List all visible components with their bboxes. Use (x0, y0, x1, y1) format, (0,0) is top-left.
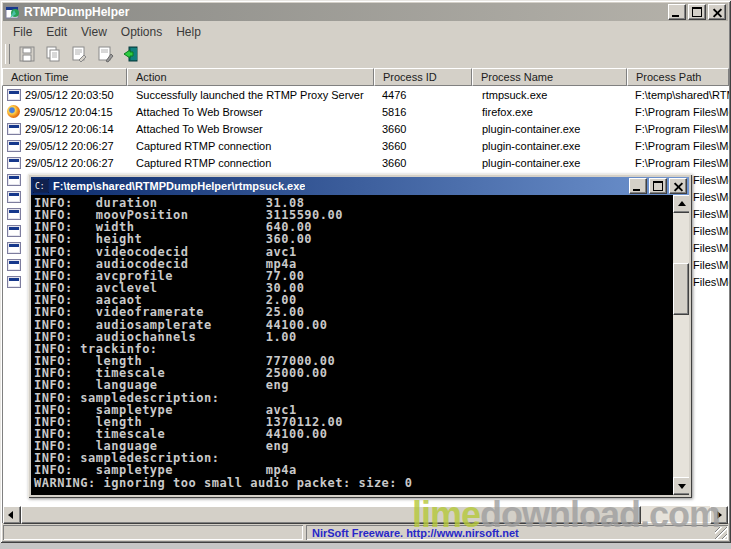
cell-action: Attached To Web Browser (127, 120, 374, 137)
console-output: INFO: duration 31.08 INFO: moovPosition … (34, 197, 674, 489)
table-row[interactable]: 29/05/12 20:06:27Captured RTMP connectio… (2, 154, 729, 171)
close-button[interactable] (708, 4, 726, 20)
window-icon (7, 242, 21, 254)
console-scroll-thumb[interactable] (673, 263, 689, 315)
column-header-action[interactable]: Action (127, 68, 374, 86)
window-icon (7, 191, 21, 203)
scroll-right-button[interactable] (710, 506, 728, 524)
cell-action: Captured RTMP connection (127, 137, 374, 154)
console-scroll-down-button[interactable] (673, 477, 689, 495)
minimize-button[interactable] (668, 4, 686, 20)
table-row[interactable]: 29/05/12 20:06:14Attached To Web Browser… (2, 120, 729, 137)
horizontal-scrollbar[interactable] (3, 506, 728, 522)
cell-process-name: rtmpsuck.exe (472, 86, 627, 103)
menu-item-view[interactable]: View (74, 24, 114, 40)
menu-item-options[interactable]: Options (114, 24, 169, 40)
list-header: Action TimeActionProcess IDProcess NameP… (2, 68, 729, 86)
exit-button[interactable] (118, 43, 144, 65)
delete-button[interactable] (92, 43, 118, 65)
menu-item-file[interactable]: File (6, 24, 39, 40)
toolbar-gripper[interactable] (5, 44, 10, 64)
cell-process-path: F:\temp\shared\RTM (627, 86, 729, 103)
ms-dos-icon: C: (33, 179, 49, 193)
cell-action-time: 29/05/12 20:06:27 (2, 137, 127, 154)
console-scroll-up-button[interactable] (673, 195, 689, 213)
save-icon (18, 45, 36, 63)
cell-process-path: F:\Program Files\Mo (627, 120, 729, 137)
properties-button[interactable] (66, 43, 92, 65)
window-icon (7, 225, 21, 237)
scroll-right-icon (717, 511, 722, 519)
firefox-icon (7, 105, 20, 118)
close-icon (713, 8, 722, 17)
window-icon (7, 174, 21, 186)
console-window: C: F:\temp\shared\RTMPDumpHelper\rtmpsuc… (28, 174, 692, 498)
window-icon (7, 89, 21, 101)
save-button[interactable] (14, 43, 40, 65)
status-pane-left (3, 525, 303, 540)
window-icon (7, 140, 21, 152)
window-icon (7, 276, 21, 288)
scroll-down-icon (678, 484, 686, 489)
column-header-action-time[interactable]: Action Time (2, 68, 127, 86)
app-icon (5, 5, 20, 19)
window-icon (7, 259, 21, 271)
window-icon (7, 208, 21, 220)
cell-process-name: plugin-container.exe (472, 154, 627, 171)
column-header-process-path[interactable]: Process Path (627, 68, 729, 86)
cell-process-path: F:\Program Files\Mo (627, 137, 729, 154)
resize-grip[interactable] (715, 527, 727, 539)
console-client: INFO: duration 31.08 INFO: moovPosition … (31, 195, 689, 495)
console-close-button[interactable] (669, 178, 687, 194)
cell-action: Captured RTMP connection (127, 154, 374, 171)
console-maximize-icon (653, 181, 663, 191)
horizontal-scroll-thumb[interactable] (21, 506, 641, 524)
window-icon (7, 123, 21, 135)
table-row[interactable]: 29/05/12 20:06:27Captured RTMP connectio… (2, 137, 729, 154)
exit-icon (122, 45, 140, 63)
cell-action-time: 29/05/12 20:06:27 (2, 154, 127, 171)
table-row[interactable]: 29/05/12 20:03:50Successfully launched t… (2, 86, 729, 103)
menu-item-edit[interactable]: Edit (39, 24, 74, 40)
console-title: F:\temp\shared\RTMPDumpHelper\rtmpsuck.e… (53, 180, 305, 192)
copy-icon (44, 45, 62, 63)
title-bar[interactable]: RTMPDumpHelper (3, 3, 728, 21)
menu-bar: FileEditViewOptionsHelp (3, 23, 728, 41)
cell-action-time: 29/05/12 20:06:14 (2, 120, 127, 137)
window-title: RTMPDumpHelper (24, 5, 129, 19)
status-pane-right: NirSoft Freeware. http://www.nirsoft.net (306, 525, 728, 540)
cell-process-path: F:\Program Files\Mo (627, 103, 729, 120)
menu-item-help[interactable]: Help (169, 24, 208, 40)
window-icon (7, 157, 21, 169)
console-vertical-scrollbar[interactable] (673, 195, 689, 495)
cell-process-id: 3660 (374, 120, 472, 137)
scroll-track[interactable] (641, 506, 710, 522)
cell-action-time: 29/05/12 20:04:15 (2, 103, 127, 120)
delete-icon (96, 45, 114, 63)
cell-process-name: firefox.exe (472, 103, 627, 120)
copy-button[interactable] (40, 43, 66, 65)
cell-process-name: plugin-container.exe (472, 120, 627, 137)
cell-process-id: 3660 (374, 154, 472, 171)
scroll-up-icon (678, 201, 686, 206)
scroll-left-icon (8, 511, 13, 519)
status-bar: NirSoft Freeware. http://www.nirsoft.net (2, 525, 729, 541)
cell-action: Successfully launched the RTMP Proxy Ser… (127, 86, 374, 103)
cell-process-id: 5816 (374, 103, 472, 120)
column-header-process-name[interactable]: Process Name (472, 68, 627, 86)
console-minimize-icon (633, 189, 640, 191)
console-title-bar[interactable]: C: F:\temp\shared\RTMPDumpHelper\rtmpsuc… (31, 177, 689, 195)
maximize-button[interactable] (688, 4, 706, 20)
console-maximize-button[interactable] (649, 178, 667, 194)
console-minimize-button[interactable] (629, 178, 647, 194)
cell-process-id: 3660 (374, 137, 472, 154)
cell-process-path: F:\Program Files\Mo (627, 154, 729, 171)
scroll-left-button[interactable] (3, 506, 21, 524)
cell-action: Attached To Web Browser (127, 103, 374, 120)
minimize-icon (672, 15, 679, 17)
status-text: NirSoft Freeware. http://www.nirsoft.net (312, 527, 519, 539)
properties-icon (70, 45, 88, 63)
column-header-process-id[interactable]: Process ID (374, 68, 472, 86)
table-row[interactable]: 29/05/12 20:04:15Attached To Web Browser… (2, 103, 729, 120)
console-close-icon (674, 182, 683, 191)
